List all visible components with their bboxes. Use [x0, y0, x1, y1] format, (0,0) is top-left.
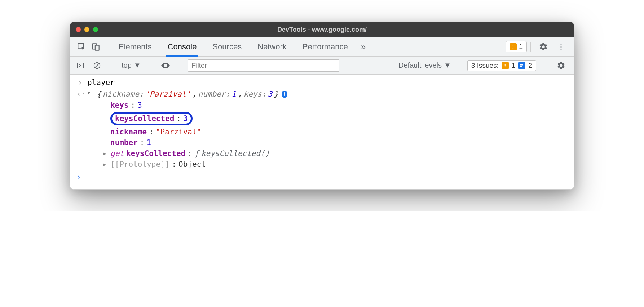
property-row: number: 1 — [103, 137, 574, 148]
highlight-annotation: keysCollected: 3 — [110, 112, 193, 125]
prop-val-keyscollected: 3 — [183, 114, 188, 123]
toggle-console-sidebar-icon[interactable] — [74, 61, 87, 70]
window-title: DevTools - www.google.com/ — [70, 26, 574, 34]
expand-toggle[interactable]: ▼ — [87, 90, 93, 95]
clear-console-icon[interactable] — [91, 62, 103, 70]
issues-warn-count: 1 — [512, 62, 516, 70]
tab-network[interactable]: Network — [250, 37, 295, 57]
console-prompt[interactable]: › — [70, 170, 574, 184]
separator — [180, 61, 180, 71]
execution-context-select[interactable]: top ▼ — [119, 61, 143, 70]
svg-rect-6 — [520, 65, 523, 66]
separator — [530, 42, 531, 52]
tab-performance[interactable]: Performance — [295, 37, 356, 57]
property-row-prototype: ▶ [[Prototype]]: Object — [103, 159, 574, 170]
object-summary[interactable]: { nickname: 'Parzival', number: 1, keys:… — [97, 90, 287, 98]
svg-rect-5 — [520, 64, 523, 65]
object-properties: keys: 3 keysCollected: 3 nickname: "Parz… — [70, 100, 574, 170]
more-options-icon[interactable]: ⋮ — [552, 42, 570, 52]
separator — [151, 61, 151, 71]
chevron-down-icon: ▼ — [134, 61, 141, 70]
prop-val-prototype: Object — [178, 160, 206, 169]
info-icon — [518, 62, 525, 69]
prop-val-nickname: "Parzival" — [156, 128, 201, 136]
console-settings-gear-icon[interactable] — [552, 61, 570, 70]
property-row-highlighted: keysCollected: 3 — [103, 111, 574, 126]
prop-key-prototype: [[Prototype]] — [110, 160, 169, 169]
console-input-echo: › player — [70, 77, 574, 88]
console-output-row: ‹· ▼ { nickname: 'Parzival', number: 1, … — [70, 88, 574, 100]
titlebar: DevTools - www.google.com/ — [70, 22, 574, 37]
property-row: keys: 3 — [103, 100, 574, 111]
chevron-down-icon: ▼ — [444, 61, 451, 70]
prop-key-keys: keys — [110, 101, 129, 110]
property-row-getter: ▶ get keysCollected: ƒ keysCollected() — [103, 148, 574, 159]
devtools-window: DevTools - www.google.com/ Elements Cons… — [70, 22, 574, 190]
console-output: › player ‹· ▼ { nickname: 'Parzival', nu… — [70, 75, 574, 189]
console-input-text: player — [87, 78, 115, 87]
issues-label: 3 Issues: — [471, 62, 499, 70]
tab-elements[interactable]: Elements — [111, 37, 160, 57]
separator — [111, 61, 111, 71]
input-chevron-icon: › — [76, 78, 84, 87]
device-toolbar-icon[interactable] — [89, 40, 103, 54]
output-chevron-icon: ‹· — [76, 90, 84, 98]
warning-icon: ! — [502, 62, 509, 69]
maximize-window-button[interactable] — [93, 27, 98, 32]
prompt-chevron-icon: › — [76, 173, 81, 181]
prop-key-keyscollected: keysCollected — [115, 114, 174, 123]
console-toolbar: top ▼ Default levels ▼ 3 Issues: ! 1 2 — [70, 57, 574, 75]
tab-console[interactable]: Console — [160, 37, 205, 57]
info-badge-icon[interactable]: i — [282, 91, 287, 98]
top-issues-count: 1 — [519, 43, 523, 51]
settings-gear-icon[interactable] — [534, 42, 552, 52]
tab-sources[interactable]: Sources — [204, 37, 250, 57]
separator — [544, 61, 544, 71]
prop-key-nickname: nickname — [110, 128, 147, 136]
warning-icon: ! — [510, 43, 517, 50]
prop-val-keys: 3 — [137, 101, 142, 110]
inspect-element-icon[interactable] — [74, 40, 89, 54]
filter-input[interactable] — [188, 59, 339, 72]
expand-toggle[interactable]: ▶ — [103, 161, 108, 167]
log-levels-select[interactable]: Default levels ▼ — [398, 61, 451, 70]
svg-rect-7 — [520, 66, 522, 67]
live-expression-eye-icon[interactable] — [159, 61, 172, 70]
traffic-lights — [76, 27, 98, 32]
close-window-button[interactable] — [76, 27, 81, 32]
prop-val-number: 1 — [147, 138, 151, 147]
separator — [107, 42, 107, 52]
issues-summary[interactable]: 3 Issues: ! 1 2 — [467, 60, 536, 71]
prop-key-number: number — [110, 138, 138, 147]
tab-bar: Elements Console Sources Network Perform… — [70, 37, 574, 57]
property-row: nickname: "Parzival" — [103, 126, 574, 137]
expand-toggle[interactable]: ▶ — [103, 151, 108, 156]
svg-rect-2 — [95, 45, 99, 50]
minimize-window-button[interactable] — [84, 27, 89, 32]
more-tabs-button[interactable]: » — [356, 42, 371, 52]
issues-info-count: 2 — [528, 62, 532, 70]
separator — [459, 61, 459, 71]
top-issues-badge[interactable]: ! 1 — [506, 41, 527, 52]
